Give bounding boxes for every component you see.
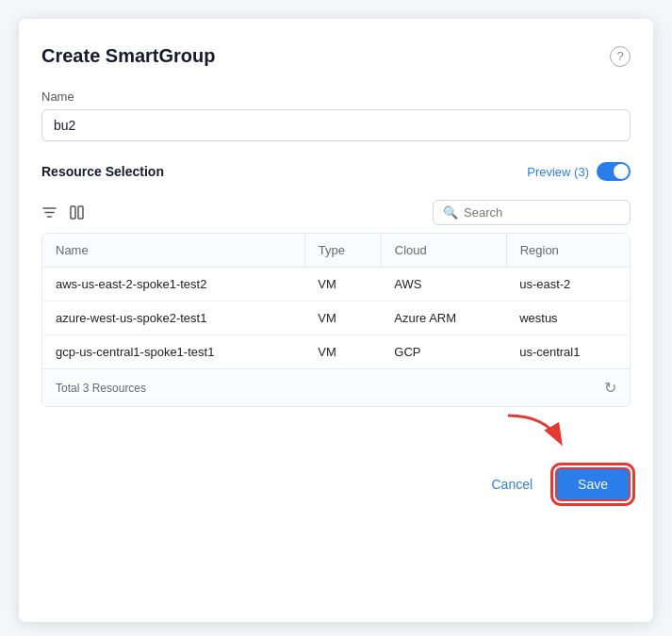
save-button[interactable]: Save bbox=[555, 467, 631, 501]
columns-icon[interactable] bbox=[69, 204, 85, 220]
table-header-row: Name Type Cloud Region bbox=[42, 234, 630, 268]
help-icon[interactable]: ? bbox=[610, 46, 631, 67]
refresh-icon[interactable]: ↻ bbox=[604, 379, 616, 397]
col-region: Region bbox=[506, 234, 630, 268]
col-cloud: Cloud bbox=[381, 234, 506, 268]
col-name: Name bbox=[42, 234, 304, 268]
total-resources-label: Total 3 Resources bbox=[56, 382, 146, 395]
modal-title: Create SmartGroup bbox=[41, 45, 216, 67]
filter-icon[interactable] bbox=[41, 204, 57, 220]
search-input[interactable] bbox=[464, 205, 620, 220]
svg-rect-3 bbox=[71, 206, 75, 219]
cell-region: westus bbox=[506, 302, 630, 335]
cell-type: VM bbox=[304, 335, 381, 369]
cell-region: us-east-2 bbox=[506, 268, 630, 302]
search-box[interactable]: 🔍 bbox=[433, 200, 631, 225]
preview-link[interactable]: Preview (3) bbox=[527, 165, 589, 179]
table-row: azure-west-us-spoke2-test1VMAzure ARMwes… bbox=[42, 302, 630, 335]
cell-type: VM bbox=[304, 268, 381, 302]
resource-section-header: Resource Selection Preview (3) bbox=[41, 162, 631, 181]
arrow-annotation bbox=[41, 411, 631, 448]
preview-toggle[interactable] bbox=[597, 162, 631, 181]
name-label: Name bbox=[41, 90, 631, 104]
cancel-button[interactable]: Cancel bbox=[480, 469, 544, 499]
table-row: aws-us-east-2-spoke1-test2VMAWSus-east-2 bbox=[42, 268, 630, 302]
cell-cloud: GCP bbox=[381, 335, 506, 369]
cell-name: gcp-us-central1-spoke1-test1 bbox=[42, 335, 304, 369]
table-footer: Total 3 Resources ↻ bbox=[42, 368, 630, 406]
cell-name: azure-west-us-spoke2-test1 bbox=[42, 302, 304, 335]
action-row: Cancel Save bbox=[41, 467, 631, 501]
cell-name: aws-us-east-2-spoke1-test2 bbox=[42, 268, 304, 302]
preview-area: Preview (3) bbox=[527, 162, 631, 181]
resource-table-wrapper: Name Type Cloud Region aws-us-east-2-spo… bbox=[41, 233, 631, 407]
cell-type: VM bbox=[304, 302, 381, 335]
name-input[interactable] bbox=[41, 109, 631, 141]
name-field-group: Name bbox=[41, 90, 631, 141]
cell-cloud: AWS bbox=[381, 268, 506, 302]
toolbar: 🔍 bbox=[41, 192, 631, 233]
svg-rect-4 bbox=[78, 206, 83, 219]
table-row: gcp-us-central1-spoke1-test1VMGCPus-cent… bbox=[42, 335, 630, 369]
resource-table: Name Type Cloud Region aws-us-east-2-spo… bbox=[42, 234, 630, 368]
cell-region: us-central1 bbox=[506, 335, 630, 369]
toolbar-left bbox=[41, 204, 85, 220]
cell-cloud: Azure ARM bbox=[381, 302, 506, 335]
col-type: Type bbox=[304, 234, 381, 268]
resource-selection-title: Resource Selection bbox=[41, 164, 164, 179]
search-icon: 🔍 bbox=[443, 205, 458, 220]
modal-header: Create SmartGroup ? bbox=[41, 45, 631, 67]
create-smartgroup-modal: Create SmartGroup ? Name Resource Select… bbox=[19, 19, 653, 622]
